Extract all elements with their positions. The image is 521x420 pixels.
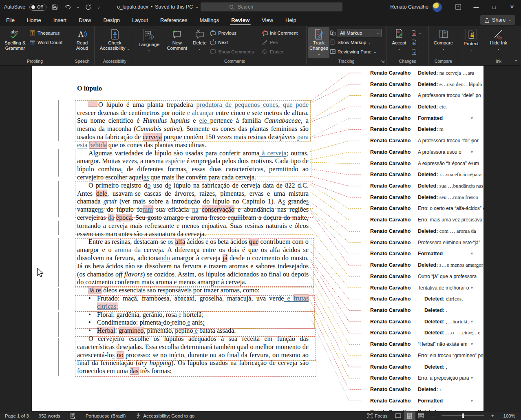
- revision-dropdown-icon[interactable]: ▼: [470, 218, 474, 222]
- next-comment-button[interactable]: Next: [210, 38, 261, 46]
- revision-row[interactable]: Renato CarvalhoDeleted: etc.: [355, 101, 483, 113]
- accept-button[interactable]: Accept⌄: [388, 27, 410, 58]
- revision-row[interactable]: Renato CarvalhoDeleted: s…e menos amargo…: [355, 259, 483, 271]
- revision-row[interactable]: Renato CarvalhoDeleted: i…sua eficácia p…: [355, 169, 483, 180]
- document-title-area[interactable]: o_lupulo.docx • Saved to this PC ⌄: [117, 4, 199, 10]
- word-count-button[interactable]: 123 Word Count: [29, 38, 62, 46]
- autosave-toggle[interactable]: Off: [29, 4, 46, 11]
- revision-dropdown-icon[interactable]: ▼: [470, 150, 474, 154]
- language-indicator[interactable]: Portuguese (Brazil): [81, 411, 130, 420]
- revision-dropdown-icon[interactable]: ▼: [470, 342, 474, 346]
- print-layout-button[interactable]: [404, 411, 415, 420]
- tab-home[interactable]: Home: [21, 14, 47, 26]
- revision-row[interactable]: Renato CarvalhoDeleted: ,: [355, 361, 483, 373]
- tab-draw[interactable]: Draw: [73, 14, 97, 26]
- revision-dropdown-icon[interactable]: ▼: [470, 286, 474, 290]
- zoom-slider-thumb[interactable]: [462, 413, 464, 418]
- revision-dropdown-icon[interactable]: ▼: [470, 354, 474, 358]
- revision-dropdown-icon[interactable]: ▼: [470, 184, 474, 188]
- tab-mailings[interactable]: Mailings: [194, 14, 225, 26]
- revision-row[interactable]: Renato CarvalhoDeleted: ,…hortelã;.▼: [355, 316, 483, 327]
- minimize-button[interactable]: —: [467, 0, 485, 14]
- save-icon[interactable]: [51, 2, 60, 11]
- thesaurus-button[interactable]: Thesaurus: [29, 29, 62, 37]
- revision-row[interactable]: Renato Carvalho“Herbal” não existe em▼: [355, 338, 483, 350]
- delete-comment-button[interactable]: Delete⌄: [190, 27, 209, 58]
- revision-dropdown-icon[interactable]: ▼: [470, 229, 474, 233]
- reject-change-button[interactable]: ⌄: [411, 29, 422, 37]
- all-markup-select[interactable]: All Markup⌄: [330, 29, 384, 37]
- zoom-slider[interactable]: [442, 416, 484, 416]
- revision-row[interactable]: Renato CarvalhoDeleted:: [355, 407, 483, 411]
- tab-file[interactable]: File: [0, 14, 21, 26]
- user-name[interactable]: Renato Carvalho: [390, 4, 428, 10]
- revision-row[interactable]: Renato CarvalhoFormatted ▼: [355, 395, 483, 407]
- ink-comment-button[interactable]: Ink Comment: [262, 29, 305, 37]
- revision-dropdown-icon[interactable]: ▼: [470, 263, 474, 267]
- revision-row[interactable]: Renato CarvalhoA expressão “à época” é u…: [355, 158, 483, 169]
- revision-row[interactable]: Renato CarvalhoDeleted: m: [355, 124, 483, 135]
- word-count-indicator[interactable]: 952 words: [34, 411, 65, 420]
- document-page[interactable]: O lúpulo O lúpulo é uma planta trepadeir…: [32, 66, 355, 411]
- revision-dropdown-icon[interactable]: ▼: [470, 252, 474, 256]
- revision-dropdown-icon[interactable]: ▼: [470, 161, 474, 166]
- read-mode-button[interactable]: [393, 411, 404, 420]
- revision-dropdown-icon[interactable]: ▼: [470, 376, 474, 380]
- revision-row[interactable]: Renato CarvalhoA professora trocou “foi”…: [355, 135, 483, 146]
- revision-row[interactable]: Renato CarvalhoA professora trocou “dele…: [355, 90, 483, 101]
- read-aloud-button[interactable]: A Read Aloud: [72, 27, 93, 58]
- revision-dropdown-icon[interactable]: ▼: [470, 195, 474, 199]
- focus-button[interactable]: Focus: [362, 411, 392, 420]
- spelling-grammar-button[interactable]: abc Spelling & Grammar: [2, 27, 29, 58]
- revision-row[interactable]: Renato CarvalhoErro: a preposição para▼: [355, 372, 483, 384]
- revision-row[interactable]: Renato CarvalhoTentativa de melhorar o▼: [355, 282, 483, 294]
- revision-dropdown-icon[interactable]: ▼: [470, 399, 474, 403]
- zoom-level[interactable]: 100%: [499, 411, 521, 420]
- check-accessibility-button[interactable]: Check Accessibility ⌄: [97, 27, 133, 58]
- tab-help[interactable]: Help: [279, 14, 302, 26]
- share-button[interactable]: Share ⌄: [480, 15, 515, 25]
- zoom-out-button[interactable]: −: [427, 411, 438, 420]
- revision-row[interactable]: Renato CarvalhoProfessora eliminou este …: [355, 237, 483, 248]
- reviewing-pane[interactable]: Renato CarvalhoDeleted: na cerveja …ara▼…: [355, 66, 483, 411]
- tab-insert[interactable]: Insert: [47, 14, 73, 26]
- avatar[interactable]: [433, 2, 442, 12]
- document-body[interactable]: O lúpulo O lúpulo é uma planta trepadeir…: [77, 84, 309, 375]
- revision-dropdown-icon[interactable]: ▼: [470, 71, 474, 75]
- search-input[interactable]: Search: [201, 2, 342, 11]
- redo-icon[interactable]: [84, 2, 93, 11]
- revision-dropdown-icon[interactable]: ▼: [470, 116, 474, 120]
- revision-dropdown-icon[interactable]: ▼: [470, 82, 474, 86]
- revision-dropdown-icon[interactable]: ▼: [470, 139, 474, 143]
- revision-row[interactable]: Renato CarvalhoErro: o certo era “alfa-á…: [355, 203, 483, 214]
- compare-button[interactable]: Compare⌄: [431, 27, 456, 58]
- new-comment-button[interactable]: New Comment: [165, 27, 189, 58]
- protect-button[interactable]: Protect⌄: [460, 27, 482, 58]
- reviewing-pane-button[interactable]: Reviewing Pane ⌄: [330, 48, 384, 55]
- proofing-status-icon[interactable]: [65, 411, 81, 420]
- revision-row[interactable]: Renato CarvalhoDeleted: .: [355, 305, 483, 316]
- tab-layout[interactable]: Layout: [126, 14, 154, 26]
- hide-ink-button[interactable]: Hide Ink ⌄: [487, 27, 510, 58]
- revision-row[interactable]: Renato CarvalhoDeleted: cítricos,: [355, 293, 483, 305]
- tracking-dialog-launcher-icon[interactable]: ⇲: [381, 60, 384, 64]
- language-button[interactable]: Language⌄: [137, 27, 161, 58]
- revision-row[interactable]: Renato CarvalhoErro: mais uma vez precis…: [355, 214, 483, 225]
- revision-dropdown-icon[interactable]: ▼: [470, 172, 474, 177]
- revision-row[interactable]: Renato CarvalhoDeleted: sua …bundância n…: [355, 180, 483, 192]
- revision-row[interactable]: Renato CarvalhoDeleted: na cerveja …ara▼: [355, 67, 483, 79]
- revision-row[interactable]: Renato CarvalhoDeleted: i: [355, 384, 483, 395]
- revision-dropdown-icon[interactable]: ▼: [470, 241, 474, 245]
- collapse-ribbon-icon[interactable]: ⌃: [514, 59, 518, 64]
- revision-dropdown-icon[interactable]: ▼: [470, 320, 474, 324]
- zoom-in-button[interactable]: +: [487, 411, 499, 420]
- page-indicator[interactable]: Page 1 of 3: [0, 411, 34, 420]
- accessibility-indicator[interactable]: Accessibility: Good to go: [130, 411, 199, 420]
- revision-dropdown-icon[interactable]: ▼: [470, 206, 474, 210]
- web-layout-button[interactable]: [415, 411, 427, 420]
- track-changes-button[interactable]: Track Changes ⌄: [308, 27, 329, 58]
- tab-references[interactable]: References: [154, 14, 193, 26]
- revision-row[interactable]: Renato CarvalhoDeleted: com … aroma da▼: [355, 225, 483, 237]
- revision-row[interactable]: Renato CarvalhoErro: ela trocou “gramíne…: [355, 350, 483, 361]
- next-change-button[interactable]: [411, 48, 422, 55]
